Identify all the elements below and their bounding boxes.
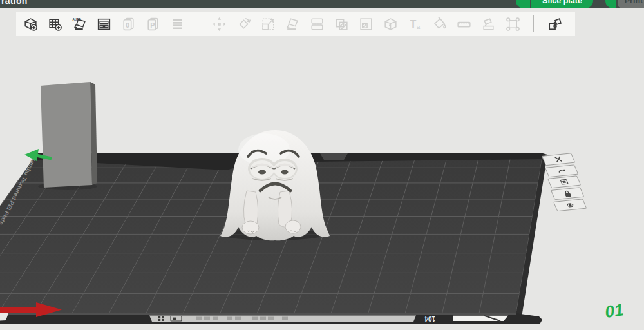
split-objects-button — [480, 15, 497, 32]
plate-settings-icon — [559, 178, 570, 186]
paint-icon — [431, 16, 448, 32]
window-title: ration — [1, 0, 28, 6]
assemble-icon — [505, 16, 521, 32]
plate-back-notch — [320, 153, 348, 160]
lock-plate-icon — [562, 189, 573, 198]
title-bar: ration Slice plate Print — [0, 0, 644, 8]
print-dropdown-button[interactable] — [605, 0, 616, 8]
doc-p-icon — [145, 16, 161, 32]
slice-dropdown-button[interactable] — [516, 0, 530, 8]
split-objects-icon — [480, 16, 497, 32]
assembly-view-button[interactable] — [546, 15, 563, 32]
swap-plate-icon — [556, 167, 567, 175]
focus-plate-icon — [565, 201, 576, 209]
object-list-button — [169, 15, 185, 32]
model-sad-ghost[interactable] — [220, 130, 330, 240]
object-list-icon — [169, 16, 185, 32]
move-button — [211, 15, 227, 32]
slice-plate-button[interactable]: Slice plate — [531, 0, 593, 8]
measure-button — [455, 15, 472, 32]
add-text-button — [406, 15, 423, 32]
mesh-edit-button — [382, 15, 399, 32]
rotate-icon — [236, 16, 252, 32]
print-button[interactable]: Print — [618, 0, 644, 8]
assemble-button — [504, 15, 521, 32]
fill-button — [357, 15, 374, 32]
delete-plate-icon — [553, 155, 564, 164]
auto-orient-icon — [71, 16, 88, 32]
doc-0-button — [120, 15, 137, 32]
auto-orient-button[interactable] — [71, 15, 88, 32]
print-label: Print — [625, 0, 643, 5]
lay-flat-button — [284, 15, 301, 32]
arrange-icon — [96, 16, 112, 32]
measure-icon — [456, 16, 472, 32]
toolbar-separator — [198, 15, 198, 32]
scale-icon — [260, 16, 276, 32]
split-button — [308, 15, 325, 32]
prime-tower[interactable] — [38, 82, 97, 190]
toolbar-separator — [533, 15, 534, 32]
plate-handle-mark — [453, 316, 508, 321]
add-text-icon — [407, 16, 423, 32]
slice-plate-label: Slice plate — [542, 0, 582, 5]
split-icon — [309, 16, 325, 32]
scale-button — [260, 15, 276, 32]
add-model-icon — [23, 16, 39, 32]
plate-edge-code: 104 — [424, 315, 435, 322]
move-icon — [211, 16, 227, 32]
doc-p-button — [144, 15, 161, 32]
application-window: 104 Bambu Textured PEI Plate — [0, 0, 644, 330]
variable-layer-icon — [334, 16, 350, 32]
fill-icon — [358, 16, 374, 32]
doc-0-icon — [120, 16, 137, 32]
add-plate-icon — [47, 16, 63, 32]
mesh-edit-icon — [383, 16, 399, 32]
arrange-button[interactable] — [95, 15, 112, 32]
toolbar — [16, 12, 575, 36]
assembly-view-icon — [547, 16, 563, 32]
paint-button — [431, 15, 448, 32]
lay-flat-icon — [285, 16, 301, 32]
add-plate-button[interactable] — [46, 15, 63, 32]
rotate-button — [235, 15, 252, 32]
plate-number: 01 — [603, 300, 625, 322]
variable-layer-button — [333, 15, 350, 32]
add-model-button[interactable] — [22, 15, 39, 32]
